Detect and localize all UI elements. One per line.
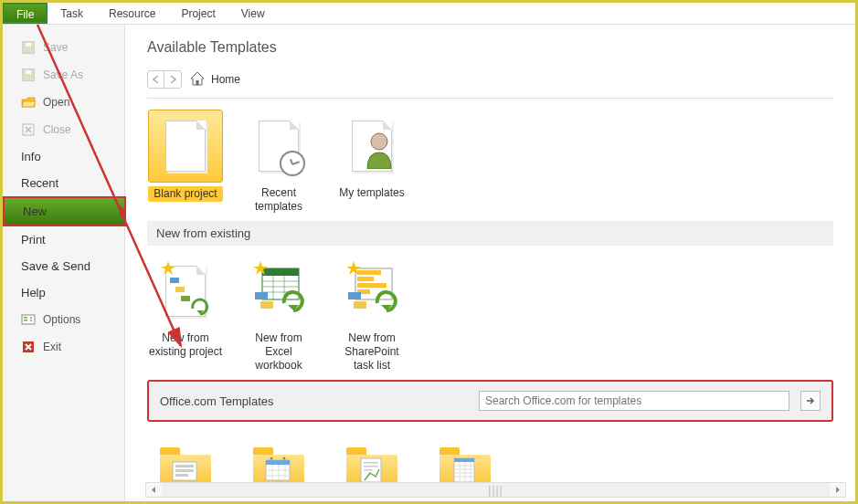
template-label: New from SharePoint task list	[334, 331, 410, 373]
menu-project[interactable]: Project	[168, 3, 228, 24]
template-label: New from Excel workbook	[240, 331, 317, 373]
svg-rect-26	[348, 292, 361, 299]
sidebar-item-label: Help	[21, 286, 46, 299]
template-row-2: New from existing project	[147, 255, 833, 373]
svg-point-5	[30, 320, 32, 321]
sidebar-open[interactable]: Open	[3, 89, 124, 116]
sidebar-item-label: Save & Send	[21, 259, 90, 273]
sidebar-help[interactable]: Help	[3, 279, 124, 306]
svg-rect-7	[196, 80, 199, 85]
template-label: New from existing project	[147, 331, 224, 359]
template-row-1: Blank project Recent templates My templa…	[147, 110, 833, 214]
search-input[interactable]	[479, 391, 789, 411]
sidebar-print[interactable]: Print	[3, 226, 124, 253]
scroll-grip-icon: ||||	[488, 484, 503, 497]
open-icon	[21, 95, 36, 110]
svg-point-4	[30, 317, 32, 319]
template-label: My templates	[339, 186, 404, 200]
existing-project-icon	[148, 255, 223, 328]
backstage-sidebar: Save Save As Open Close Info Recent New …	[3, 25, 125, 501]
recent-templates-icon	[241, 110, 316, 183]
svg-rect-42	[364, 462, 378, 464]
template-blank-project[interactable]: Blank project	[147, 110, 224, 202]
svg-rect-19	[255, 292, 268, 299]
sidebar-item-label: Print	[21, 233, 46, 247]
template-new-from-excel[interactable]: New from Excel workbook	[240, 255, 317, 373]
sidebar-options[interactable]: Options	[3, 306, 124, 333]
svg-rect-24	[357, 283, 387, 288]
template-new-from-existing-project[interactable]: New from existing project	[147, 255, 224, 359]
home-icon	[189, 71, 206, 89]
sidebar-item-label: Open	[43, 96, 69, 109]
svg-rect-11	[181, 296, 190, 301]
breadcrumb-home[interactable]: Home	[189, 71, 240, 89]
svg-point-39	[270, 457, 273, 460]
svg-rect-30	[175, 469, 194, 472]
menu-view[interactable]: View	[228, 3, 278, 24]
svg-rect-23	[357, 277, 374, 281]
sidebar-item-label: Close	[43, 123, 71, 136]
nav-back-button[interactable]	[148, 71, 164, 88]
menu-file[interactable]: File	[3, 3, 48, 24]
sidebar-exit[interactable]: Exit	[3, 333, 124, 361]
close-icon	[21, 122, 36, 137]
template-label: Recent templates	[240, 186, 317, 214]
sidebar-item-label: Options	[43, 313, 80, 326]
menubar: File Task Resource Project View	[3, 3, 855, 25]
svg-rect-27	[354, 301, 366, 309]
breadcrumb-label: Home	[211, 73, 240, 86]
options-icon	[21, 312, 36, 327]
search-go-button[interactable]	[800, 391, 821, 411]
svg-rect-10	[175, 287, 185, 292]
sidebar-item-label: Info	[21, 150, 41, 163]
svg-rect-3	[24, 320, 27, 321]
section-new-from-existing: New from existing	[147, 221, 833, 246]
office-com-templates-section: Office.com Templates	[147, 380, 833, 422]
sidebar-info[interactable]: Info	[3, 143, 124, 170]
horizontal-scrollbar[interactable]: ||||	[145, 482, 846, 498]
save-icon	[21, 40, 36, 55]
sidebar-item-label: New	[23, 205, 47, 218]
breadcrumb: Home	[147, 70, 833, 99]
sidebar-item-label: Save	[43, 41, 68, 54]
scroll-right-button[interactable]	[830, 483, 845, 497]
template-my-templates[interactable]: My templates	[334, 110, 410, 200]
sidebar-item-label: Exit	[43, 341, 61, 353]
menu-resource[interactable]: Resource	[96, 3, 168, 24]
template-label: Blank project	[148, 186, 222, 202]
svg-rect-29	[175, 465, 194, 467]
sidebar-close[interactable]: Close	[3, 116, 124, 143]
template-new-from-sharepoint[interactable]: New from SharePoint task list	[334, 255, 410, 373]
svg-rect-9	[170, 278, 179, 283]
exit-icon	[21, 340, 36, 354]
blank-document-icon	[148, 110, 223, 183]
svg-point-8	[371, 133, 387, 150]
sidebar-save-as[interactable]: Save As	[3, 61, 124, 89]
excel-workbook-icon	[241, 255, 316, 328]
svg-rect-31	[175, 474, 188, 477]
arrow-right-icon	[806, 396, 815, 405]
page-title: Available Templates	[147, 39, 833, 56]
svg-rect-33	[266, 460, 290, 465]
save-as-icon	[21, 68, 36, 82]
section-label: Office.com Templates	[160, 394, 274, 408]
sharepoint-list-icon	[334, 255, 409, 328]
sidebar-save[interactable]: Save	[3, 34, 124, 61]
svg-rect-13	[262, 268, 299, 276]
menu-task[interactable]: Task	[48, 3, 96, 24]
scroll-track[interactable]: ||||	[162, 484, 830, 497]
nav-forward-button[interactable]	[164, 71, 181, 88]
svg-rect-44	[364, 469, 373, 471]
template-recent[interactable]: Recent templates	[240, 110, 317, 214]
sidebar-save-send[interactable]: Save & Send	[3, 253, 124, 279]
main-area: Save Save As Open Close Info Recent New …	[3, 25, 855, 501]
sidebar-recent[interactable]: Recent	[3, 170, 124, 196]
sidebar-item-label: Recent	[21, 176, 58, 190]
svg-rect-2	[24, 317, 27, 319]
svg-rect-20	[260, 301, 273, 309]
nav-arrows	[147, 70, 182, 89]
svg-rect-43	[364, 466, 378, 467]
sidebar-new[interactable]: New	[3, 196, 126, 226]
scroll-left-button[interactable]	[146, 483, 162, 497]
svg-rect-46	[454, 458, 474, 462]
